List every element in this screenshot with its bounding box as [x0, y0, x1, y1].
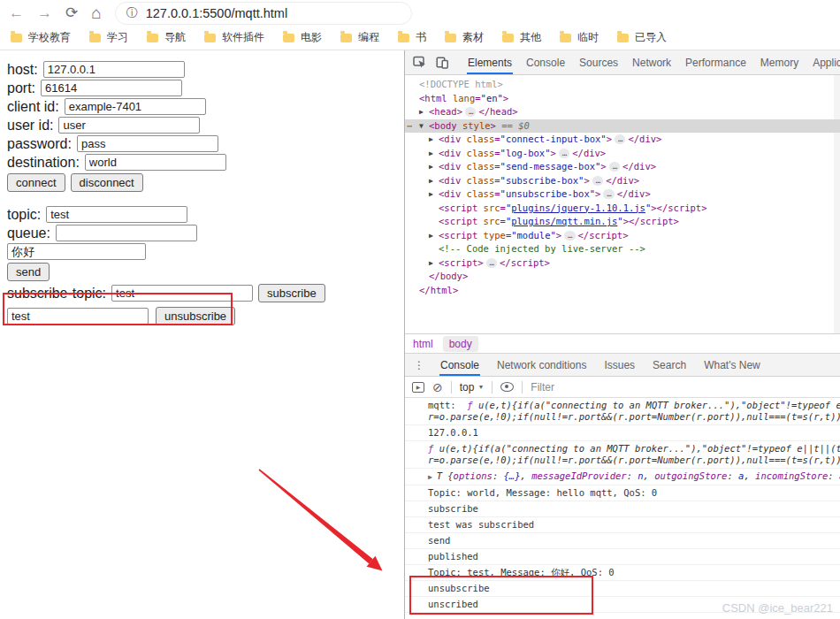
topic-input[interactable] [46, 206, 187, 223]
collapsed-arrow-icon[interactable]: ▶ [419, 105, 429, 119]
collapsed-content-icon[interactable]: … [592, 176, 603, 186]
dom-tree-row[interactable]: <script src="plugins/jquery-1.10.1.js"><… [405, 202, 840, 216]
field-input[interactable] [85, 154, 226, 171]
elements-breadcrumb: htmlbody [405, 333, 840, 353]
overflow-menu-icon[interactable]: ⋯ [407, 119, 411, 134]
tab-network[interactable]: Network [625, 50, 678, 74]
dom-tree-row[interactable]: ▶<div class="send-message-box">…</div> [405, 160, 840, 174]
bookmark-item[interactable]: 学习 [89, 30, 128, 45]
bookmark-item[interactable]: 其他 [502, 30, 541, 45]
code-token: </ [622, 161, 634, 172]
drawer-tab-what-s-new[interactable]: What's New [695, 354, 769, 376]
execution-context-selector[interactable]: top▼ [460, 381, 485, 394]
bookmark-item[interactable]: 临时 [560, 30, 599, 45]
dom-tree-row[interactable]: ▶<head>…</head> [405, 105, 840, 119]
collapsed-arrow-icon[interactable]: ▶ [429, 147, 439, 161]
live-expression-icon[interactable] [500, 382, 514, 392]
dom-tree-row[interactable]: </html> [405, 284, 840, 298]
console-filter-input[interactable]: Filter [531, 381, 554, 394]
connect-button[interactable]: connect [7, 173, 65, 192]
bookmark-item[interactable]: 素材 [445, 30, 484, 45]
collapsed-arrow-icon[interactable]: ▶ [429, 174, 439, 188]
collapsed-arrow-icon[interactable]: ▶ [429, 133, 439, 147]
dom-tree-row[interactable]: <!DOCTYPE html> [405, 78, 840, 92]
field-input[interactable] [43, 61, 185, 78]
device-toolbar-icon[interactable] [431, 57, 454, 69]
tab-sources[interactable]: Sources [572, 50, 625, 74]
dom-tree-row[interactable]: <!-- Code injected by live-server --> [405, 242, 840, 256]
collapsed-arrow-icon[interactable]: ▶ [429, 187, 439, 202]
send-button[interactable]: send [7, 263, 50, 281]
forward-icon[interactable]: → [37, 5, 52, 20]
annotation-box-console-unsubscribe [409, 576, 593, 615]
bookmark-item[interactable]: 软件插件 [204, 30, 264, 45]
dom-tree-row[interactable]: ▶<div class="connect-input-box">…</div> [405, 133, 840, 147]
collapsed-content-icon[interactable]: … [559, 149, 569, 158]
bookmark-item[interactable]: 电影 [283, 30, 322, 45]
tab-memory[interactable]: Memory [753, 50, 806, 74]
form-row: user id: [7, 117, 403, 134]
drawer-tab-console[interactable]: Console [431, 354, 488, 376]
field-input[interactable] [77, 135, 218, 152]
console-token: outgoingStore [654, 470, 727, 481]
dom-tree-row[interactable]: ⋯▼<body style> == $0 [405, 119, 840, 134]
message-input[interactable] [7, 243, 146, 260]
bookmark-item[interactable]: 导航 [147, 30, 186, 45]
collapsed-arrow-icon[interactable]: ▶ [429, 160, 439, 174]
subscribe-button[interactable]: subscribe [258, 284, 325, 302]
bookmark-item[interactable]: 学校教育 [11, 30, 71, 45]
console-message-line: published [428, 551, 835, 562]
expanded-arrow-icon[interactable]: ▼ [419, 119, 429, 134]
dom-tree-row[interactable]: ▶<script>…</script> [405, 256, 840, 271]
bookmark-item[interactable]: 编程 [340, 30, 379, 45]
console-token: subscribe [428, 503, 478, 514]
dom-tree-row[interactable]: </body> [405, 270, 840, 284]
expand-arrow-icon[interactable]: ▶ [428, 473, 437, 481]
tab-performance[interactable]: Performance [678, 50, 753, 74]
address-bar[interactable]: ⓘ 127.0.0.1:5500/mqtt.html [115, 2, 412, 25]
dom-tree-row[interactable]: ▶<div class="log-box">…</div> [405, 147, 840, 161]
collapsed-content-icon[interactable]: … [615, 134, 625, 144]
dom-tree-row[interactable]: ▶<div class="unsubscribe-box">…</div> [405, 187, 840, 202]
collapsed-content-icon[interactable]: … [465, 107, 476, 117]
tab-elements[interactable]: Elements [461, 50, 519, 74]
drawer-tab-search[interactable]: Search [644, 354, 695, 376]
bookmark-label: 书 [416, 30, 426, 45]
collapsed-arrow-icon[interactable]: ▶ [429, 229, 439, 243]
dom-tree-row[interactable]: <html lang="en"> [405, 92, 840, 106]
collapsed-content-icon[interactable]: … [564, 231, 575, 241]
collapsed-content-icon[interactable]: … [609, 162, 620, 172]
devtools-tab-bar: ElementsConsoleSourcesNetworkPerformance… [405, 50, 840, 75]
field-input[interactable] [41, 80, 182, 96]
dom-tree-row[interactable]: ▶<script type="module">…</script> [405, 229, 840, 243]
field-input[interactable] [65, 98, 206, 115]
dom-tree-row[interactable]: ▶<div class="subscribe-box">…</div> [405, 174, 840, 188]
home-icon[interactable]: ⌂ [91, 5, 101, 20]
site-info-icon[interactable]: ⓘ [126, 5, 138, 21]
code-token: </ [617, 188, 629, 199]
console-sidebar-icon[interactable]: ▶ [412, 382, 424, 393]
inspect-element-icon[interactable] [409, 56, 431, 69]
url-text: 127.0.0.1:5500/mqtt.html [146, 6, 287, 20]
dom-tree-row[interactable]: <script src="plugins/mqtt.min.js"></scri… [405, 215, 840, 229]
collapsed-arrow-icon[interactable]: ▶ [429, 256, 439, 271]
disconnect-button[interactable]: disconnect [71, 173, 143, 192]
tab-console[interactable]: Console [519, 50, 572, 74]
tab-application[interactable]: Application [806, 50, 840, 74]
bookmark-label: 其他 [520, 30, 541, 45]
collapsed-content-icon[interactable]: … [603, 189, 614, 199]
breadcrumb-html[interactable]: html [413, 338, 433, 350]
refresh-icon[interactable]: ⟳ [65, 5, 78, 20]
back-icon[interactable]: ← [9, 5, 24, 20]
bookmark-item[interactable]: 书 [398, 30, 426, 45]
collapsed-content-icon[interactable]: … [486, 258, 497, 268]
drawer-tab-network-conditions[interactable]: Network conditions [488, 354, 595, 376]
queue-input[interactable] [56, 225, 197, 241]
clear-console-icon[interactable]: ⊘ [432, 381, 443, 394]
bookmark-item[interactable]: 已导入 [617, 30, 667, 45]
browser-toolbar: ← → ⟳ ⌂ ⓘ 127.0.0.1:5500/mqtt.html [0, 0, 840, 26]
field-input[interactable] [58, 117, 200, 134]
drawer-tab-issues[interactable]: Issues [595, 354, 644, 376]
breadcrumb-body[interactable]: body [443, 336, 478, 352]
more-options-icon[interactable]: ⋮ [407, 359, 431, 371]
